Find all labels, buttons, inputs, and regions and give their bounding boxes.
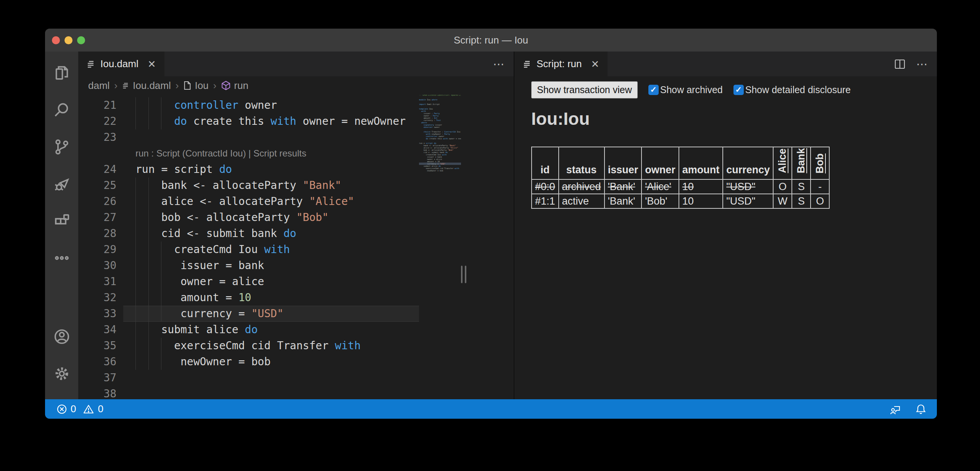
- party-witness-cell: W: [773, 194, 792, 208]
- tab-label: Iou.daml: [100, 58, 139, 70]
- code-line-22: 22 do create this with owner = newOwner: [78, 113, 419, 129]
- editor-more-actions-icon[interactable]: ⋯: [493, 57, 505, 71]
- column-header-amount: amount: [679, 147, 723, 179]
- party-witness-cell: -: [811, 179, 829, 194]
- table-cell: "USD": [723, 194, 773, 208]
- run-and-debug-icon[interactable]: [50, 173, 73, 195]
- search-icon[interactable]: [50, 98, 73, 121]
- source-control-icon[interactable]: [50, 135, 73, 158]
- chevron-right-icon: ›: [176, 80, 179, 92]
- breadcrumb-module[interactable]: Iou: [183, 80, 208, 92]
- code-line-24: 24run = script do: [78, 161, 419, 177]
- error-count: 0: [71, 403, 76, 415]
- checkbox-checked-icon[interactable]: ✓: [648, 85, 659, 95]
- code-line-30: 30 issuer = bank: [78, 258, 419, 274]
- vscode-window: Script: run — Iou: [45, 29, 937, 419]
- show-detailed-disclosure-option[interactable]: ✓ Show detailed disclosure: [733, 84, 851, 95]
- warning-count: 0: [98, 403, 103, 415]
- daml-file-icon: [523, 60, 532, 69]
- column-header-currency: currency: [723, 147, 773, 179]
- daml-file-icon: [87, 60, 96, 69]
- codelens-row[interactable]: run : Script (ContractId Iou) | Script r…: [78, 145, 419, 161]
- table-cell: 'Bank': [604, 194, 642, 208]
- party-column-header-bob: Bob: [811, 147, 829, 179]
- tab-close-icon[interactable]: ✕: [148, 59, 156, 69]
- code-line-28: 28 cid <- submit bank do: [78, 226, 419, 242]
- breadcrumb-file[interactable]: Iou.daml: [122, 80, 171, 92]
- tab-script-run[interactable]: Script: run ✕: [514, 52, 608, 76]
- editor-tabbar: Iou.daml ✕ ⋯: [78, 52, 514, 76]
- show-transaction-view-button[interactable]: Show transaction view: [531, 81, 638, 98]
- column-header-issuer: issuer: [604, 147, 642, 179]
- party-witness-cell: O: [773, 179, 792, 194]
- column-header-status: status: [559, 147, 604, 179]
- code-line-36: 36 newOwner = bob: [78, 354, 419, 370]
- bell-icon[interactable]: [916, 403, 926, 415]
- breadcrumb-folder[interactable]: daml: [88, 80, 110, 92]
- editor-group-script-results: Script: run ✕ ⋯ Show transaction view ✓ …: [514, 52, 937, 399]
- breadcrumb-symbol-run[interactable]: run: [221, 80, 248, 92]
- minimap[interactable]: -- Copyright (c) 2023 Digital Asset (Swi…: [419, 95, 461, 172]
- panel-more-actions-icon[interactable]: ⋯: [916, 57, 928, 71]
- problems-status[interactable]: 0 0: [56, 403, 103, 415]
- table-cell: "USD": [723, 179, 773, 194]
- contracts-table: idstatusissuerowneramountcurrencyAliceBa…: [531, 147, 830, 209]
- column-header-id: id: [532, 147, 559, 179]
- code-line-27: 27 bob <- allocateParty "Bob": [78, 210, 419, 226]
- table-row: #0:0archived'Bank''Alice'10"USD"OS-: [532, 179, 829, 194]
- editor-group-code: Iou.daml ✕ ⋯ daml › Iou.daml › Iou ›: [78, 52, 514, 399]
- split-editor-icon[interactable]: [894, 59, 906, 69]
- tab-close-icon[interactable]: ✕: [591, 59, 600, 69]
- window-title: Script: run — Iou: [45, 29, 937, 52]
- scrollbar-handle[interactable]: [461, 266, 466, 283]
- code-line-38: 38: [78, 386, 419, 399]
- party-witness-cell: O: [811, 194, 829, 208]
- table-cell: active: [559, 194, 604, 208]
- error-icon: [56, 404, 67, 415]
- code-line-26: 26 alice <- allocateParty "Alice": [78, 194, 419, 210]
- party-column-header-bank: Bank: [792, 147, 811, 179]
- more-actions-icon[interactable]: [50, 247, 73, 269]
- checkbox-checked-icon[interactable]: ✓: [733, 85, 744, 95]
- code-editor[interactable]: 21 controller owner22 do create this wit…: [78, 95, 514, 399]
- breadcrumb: daml › Iou.daml › Iou › run: [78, 76, 514, 95]
- table-cell: archived: [559, 179, 604, 194]
- activity-bar: [45, 52, 78, 399]
- extensions-icon[interactable]: [50, 210, 73, 232]
- warning-icon: [83, 404, 94, 415]
- settings-gear-icon[interactable]: [50, 362, 73, 385]
- status-bar: 0 0: [45, 399, 937, 419]
- column-header-owner: owner: [642, 147, 679, 179]
- table-cell: 10: [679, 179, 723, 194]
- code-line-34: 34 submit alice do: [78, 322, 419, 338]
- code-line-32: 32 amount = 10: [78, 290, 419, 306]
- table-cell: 'Bank': [604, 179, 642, 194]
- script-results-view: Show transaction view ✓ Show archived ✓ …: [514, 76, 937, 399]
- titlebar: Script: run — Iou: [45, 29, 937, 52]
- party-witness-cell: S: [792, 179, 811, 194]
- account-icon[interactable]: [50, 325, 73, 348]
- table-cell: #0:0: [532, 179, 559, 194]
- party-witness-cell: S: [792, 194, 811, 208]
- chevron-right-icon: ›: [213, 80, 217, 92]
- show-archived-option[interactable]: ✓ Show archived: [648, 84, 723, 95]
- code-line-23: 23: [78, 129, 419, 145]
- symbol-cube-icon: [221, 81, 231, 90]
- daml-file-icon: [122, 82, 130, 89]
- table-cell: 'Alice': [642, 179, 679, 194]
- table-cell: #1:1: [532, 194, 559, 208]
- code-line-37: 37: [78, 370, 419, 386]
- code-line-33: 33 currency = "USD": [78, 306, 419, 322]
- code-line-21: 21 controller owner: [78, 97, 419, 113]
- explorer-icon[interactable]: [50, 61, 73, 84]
- code-line-31: 31 owner = alice: [78, 274, 419, 290]
- code-line-25: 25 bank <- allocateParty "Bank": [78, 177, 419, 194]
- table-cell: 10: [679, 194, 723, 208]
- party-column-header-alice: Alice: [773, 147, 792, 179]
- feedback-icon[interactable]: [890, 403, 902, 415]
- template-heading: Iou:Iou: [531, 108, 937, 129]
- chevron-right-icon: ›: [114, 80, 118, 92]
- document-icon: [183, 81, 192, 90]
- code-line-35: 35 exerciseCmd cid Transfer with: [78, 338, 419, 354]
- tab-iou-daml[interactable]: Iou.daml ✕: [78, 52, 165, 76]
